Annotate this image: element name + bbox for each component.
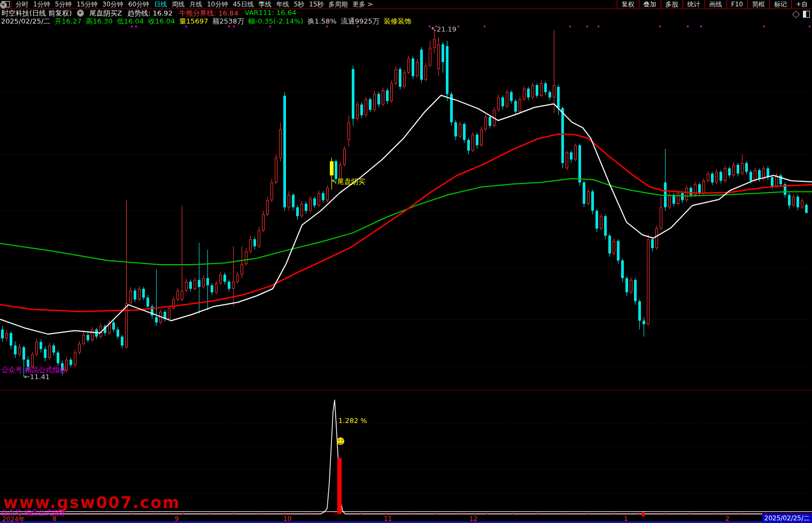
period-item-分时[interactable]: 分时: [16, 0, 28, 9]
toolbar: 复权叠加多股统计画线F10简框标记+自: [617, 0, 812, 9]
axis-label-9: 9: [175, 515, 179, 522]
toolbar-button-叠加[interactable]: 叠加: [639, 0, 661, 9]
quote-field: 幅-0.35(-2.14%): [249, 17, 304, 26]
quote-field: 开16.27: [55, 17, 81, 26]
period-item-30分钟[interactable]: 30分钟: [103, 0, 123, 9]
axis-label-1: 1: [624, 515, 628, 522]
quote-field: 量15697: [179, 17, 208, 26]
period-item-5分钟[interactable]: 5分钟: [55, 0, 72, 9]
toolbar-button-多股[interactable]: 多股: [661, 0, 683, 9]
period-item-季线[interactable]: 季线: [259, 0, 272, 9]
period-item-更多 >[interactable]: 更多 >: [353, 0, 373, 9]
axis-label-2: 2: [725, 515, 730, 522]
app-window: 分时1分钟5分钟15分钟30分钟60分钟日线周线月线10分钟45日线季线年线5秒…: [0, 0, 812, 523]
period-item-月线[interactable]: 月线: [189, 0, 202, 9]
quote-field: 收16.04: [148, 17, 175, 26]
quote-field: 装修装饰: [384, 17, 412, 26]
quote-field: 高16.30: [86, 17, 113, 26]
period-item-15秒[interactable]: 15秒: [309, 0, 323, 9]
period-item-15分钟[interactable]: 15分钟: [76, 0, 97, 9]
toolbar-button-统计[interactable]: 统计: [683, 0, 705, 9]
period-item-多周期[interactable]: 多周期: [329, 0, 348, 9]
quote-field: 流通9925万: [341, 17, 380, 26]
spike-value-annotation: 1.282 %: [338, 417, 367, 425]
axis-current-date[interactable]: 2025/02/25/二: [762, 513, 812, 523]
quote-bar: 2025/02/25/二开16.27高16.30低16.04收16.04量156…: [0, 17, 812, 25]
period-item-5秒[interactable]: 5秒: [294, 0, 305, 9]
indicator-collapse-icon[interactable]: [77, 10, 84, 17]
period-item-周线[interactable]: 周线: [172, 0, 184, 9]
period-menu: 分时1分钟5分钟15分钟30分钟60分钟日线周线月线10分钟45日线季线年线5秒…: [11, 0, 373, 9]
toolbar-button-+自[interactable]: +自: [791, 0, 812, 9]
toolbar-button-F10[interactable]: F10: [726, 0, 747, 9]
period-item-1分钟[interactable]: 1分钟: [33, 0, 50, 9]
period-menubar: 分时1分钟5分钟15分钟30分钟60分钟日线周线月线10分钟45日线季线年线5秒…: [0, 0, 812, 9]
period-item-年线[interactable]: 年线: [276, 0, 289, 9]
wechat-watermark-chart: 公众号 精品公式指标: [2, 365, 66, 375]
axis-label-11: 11: [384, 515, 392, 522]
toolbar-button-复权[interactable]: 复权: [617, 0, 639, 9]
toolbar-button-画线[interactable]: 画线: [705, 0, 726, 9]
toolbar-button-标记[interactable]: 标记: [769, 0, 791, 9]
axis-label-2024年: 2024年: [2, 515, 25, 523]
peak-price-annotation: ↖21.19: [431, 25, 457, 33]
sub-indicator-collapse-icon[interactable]: [0, 2, 7, 9]
axis-label-8: 8: [52, 515, 57, 522]
period-item-10分钟[interactable]: 10分钟: [207, 0, 228, 9]
buy-signal-annotation: ↖尾盘阴买: [331, 177, 365, 187]
quote-field: 2025/02/25/二: [1, 17, 50, 26]
period-item-60分钟[interactable]: 60分钟: [128, 0, 149, 9]
period-item-日线[interactable]: 日线: [154, 0, 167, 9]
main-chart-canvas[interactable]: [0, 0, 812, 523]
quote-field: 低16.04: [117, 17, 144, 26]
toolbar-button-简框[interactable]: 简框: [747, 0, 769, 9]
axis-label-10: 10: [283, 515, 291, 522]
period-item-45日线[interactable]: 45日线: [233, 0, 253, 9]
quote-field: 换1.58%: [307, 17, 336, 26]
axis-label-12: 12: [469, 515, 477, 522]
quote-field: 额2538万: [213, 17, 244, 26]
